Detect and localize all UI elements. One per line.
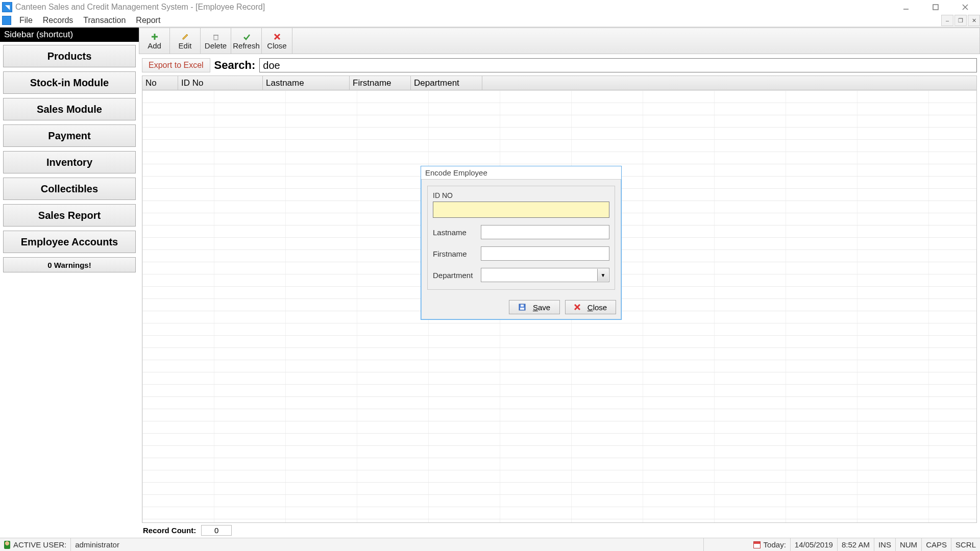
svg-marker-6 xyxy=(183,34,188,39)
sidebar-item-inventory[interactable]: Inventory xyxy=(3,151,136,173)
save-disk-icon xyxy=(519,304,526,311)
status-bar: ACTIVE USER: administrator Today: 14/05/… xyxy=(0,538,980,551)
encode-employee-dialog: Encode Employee ID NO Lastname Firstname… xyxy=(421,166,622,320)
search-input[interactable] xyxy=(259,58,977,72)
dialog-title: Encode Employee xyxy=(421,166,621,180)
add-label: Add xyxy=(148,41,161,50)
edit-button[interactable]: Edit xyxy=(170,28,201,54)
active-user-label: ACTIVE USER: xyxy=(13,540,66,549)
app-icon: ◥ xyxy=(2,2,12,12)
export-to-excel-button[interactable]: Export to Excel xyxy=(142,58,210,72)
delete-label: Delete xyxy=(205,41,227,50)
calendar-icon xyxy=(753,541,761,548)
col-department[interactable]: Department xyxy=(411,76,482,90)
lastname-field[interactable] xyxy=(481,225,609,239)
add-button[interactable]: Add xyxy=(139,28,170,54)
maximize-button[interactable] xyxy=(921,0,950,14)
close-icon xyxy=(274,32,281,41)
delete-button[interactable]: Delete xyxy=(201,28,231,54)
col-no[interactable]: No xyxy=(142,76,178,90)
menu-transaction[interactable]: Transaction xyxy=(78,15,131,26)
sidebar-item-sales-module[interactable]: Sales Module xyxy=(3,98,136,120)
status-num: NUM xyxy=(900,540,917,549)
record-count-bar: Record Count: 0 xyxy=(139,523,980,538)
save-button[interactable]: Save xyxy=(509,300,560,314)
pencil-icon xyxy=(182,32,189,41)
window-titlebar: ◥ Canteen Sales and Credit Management Sy… xyxy=(0,0,980,14)
col-lastname[interactable]: Lastname xyxy=(263,76,350,90)
col-firstname[interactable]: Firstname xyxy=(350,76,411,90)
svg-rect-12 xyxy=(520,308,524,310)
edit-label: Edit xyxy=(179,41,192,50)
idno-label: ID NO xyxy=(433,191,609,199)
sidebar-header: Sidebar (shortcut) xyxy=(0,28,139,42)
sidebar-item-stockin[interactable]: Stock-in Module xyxy=(3,71,136,94)
idno-field[interactable] xyxy=(433,202,609,218)
status-caps: CAPS xyxy=(926,540,947,549)
lastname-label: Lastname xyxy=(433,228,481,237)
firstname-label: Firstname xyxy=(433,249,481,258)
check-icon xyxy=(243,32,250,41)
close-window-button[interactable] xyxy=(950,0,980,14)
today-label: Today: xyxy=(764,540,786,549)
dialog-groupbox: ID NO Lastname Firstname Department ▼ xyxy=(427,186,615,290)
active-user-value: administrator xyxy=(75,540,119,549)
search-label: Search: xyxy=(214,59,256,72)
svg-rect-1 xyxy=(933,5,938,10)
department-label: Department xyxy=(433,271,481,280)
minimize-button[interactable] xyxy=(891,0,921,14)
status-time: 8:52 AM xyxy=(842,540,870,549)
status-ins: INS xyxy=(878,540,891,549)
menu-records[interactable]: Records xyxy=(38,15,79,26)
menu-bar: File Records Transaction Report – ❐ ✕ xyxy=(0,14,980,28)
mdi-close-button[interactable]: ✕ xyxy=(968,15,980,26)
menu-report[interactable]: Report xyxy=(131,15,165,26)
record-count-label: Record Count: xyxy=(143,526,196,535)
sidebar-item-employee-accounts[interactable]: Employee Accounts xyxy=(3,231,136,253)
sidebar-item-collectibles[interactable]: Collectibles xyxy=(3,178,136,200)
refresh-button[interactable]: Refresh xyxy=(231,28,262,54)
svg-rect-13 xyxy=(521,305,524,307)
status-date: 14/05/2019 xyxy=(795,540,833,549)
sidebar-item-warnings[interactable]: 0 Warnings! xyxy=(3,257,136,272)
col-id[interactable]: ID No xyxy=(178,76,263,90)
toolbar: Add Edit Delete Refresh xyxy=(139,28,980,54)
sidebar-item-products[interactable]: Products xyxy=(3,45,136,67)
grid-header: No ID No Lastname Firstname Department xyxy=(142,76,976,90)
save-label: Save xyxy=(533,303,550,312)
sidebar-item-payment[interactable]: Payment xyxy=(3,124,136,147)
mdi-restore-button[interactable]: ❐ xyxy=(954,15,967,26)
trash-icon xyxy=(212,32,219,41)
chevron-down-icon: ▼ xyxy=(597,269,608,281)
department-combobox[interactable]: ▼ xyxy=(481,268,609,282)
user-icon xyxy=(4,541,10,549)
mdi-icon xyxy=(2,16,11,25)
plus-icon xyxy=(151,32,158,41)
close-button[interactable]: Close xyxy=(262,28,292,54)
status-scrl: SCRL xyxy=(955,540,976,549)
refresh-label: Refresh xyxy=(233,41,260,50)
sidebar: Sidebar (shortcut) Products Stock-in Mod… xyxy=(0,28,139,538)
window-title: Canteen Sales and Credit Management Syst… xyxy=(15,3,891,12)
dialog-close-label: Close xyxy=(587,303,607,312)
col-spacer xyxy=(482,76,976,90)
svg-rect-7 xyxy=(214,35,218,40)
menu-file[interactable]: File xyxy=(14,15,38,26)
mdi-minimize-button[interactable]: – xyxy=(941,15,953,26)
firstname-field[interactable] xyxy=(481,246,609,261)
record-count-value: 0 xyxy=(201,525,232,536)
sidebar-item-sales-report[interactable]: Sales Report xyxy=(3,204,136,227)
dialog-close-button[interactable]: Close xyxy=(565,300,616,314)
close-label: Close xyxy=(267,41,286,50)
close-x-icon xyxy=(574,304,580,310)
content-area: Add Edit Delete Refresh xyxy=(139,28,980,538)
search-row: Export to Excel Search: xyxy=(139,54,980,76)
